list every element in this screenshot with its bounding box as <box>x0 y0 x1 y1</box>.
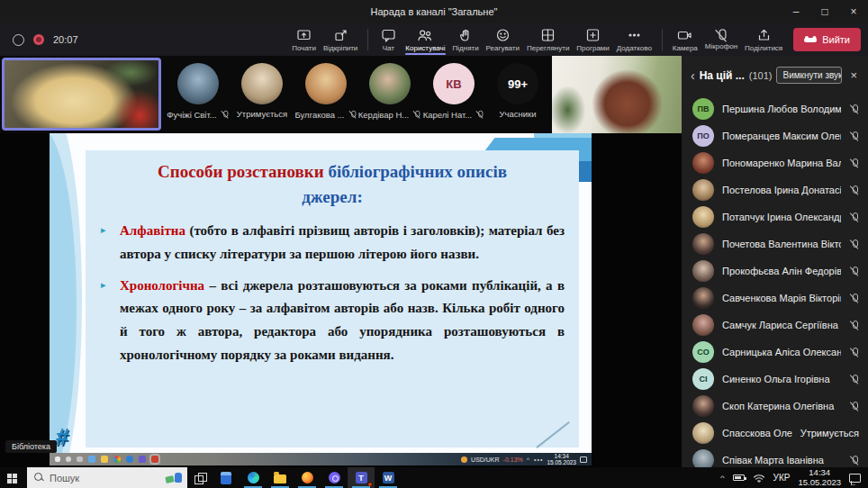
people-button[interactable]: Користувачі <box>402 24 448 55</box>
strip-avatar[interactable]: Утримується <box>232 63 292 119</box>
coin-icon <box>461 456 467 463</box>
task-view-button[interactable] <box>187 467 212 488</box>
participant-row[interactable]: Потапчук Ірина Олександрівна <box>682 203 868 230</box>
taskbar-app-edge[interactable] <box>240 467 267 488</box>
taskbar-app-firefox[interactable] <box>294 467 321 488</box>
slide-bullets: ▸ Алфавітна (тобто в алфавіті прізвищ ав… <box>100 220 565 367</box>
mic-muted-icon <box>849 455 859 465</box>
mic-muted-icon <box>849 266 859 276</box>
avatar <box>692 260 714 282</box>
apps-plus-icon <box>585 28 601 42</box>
strip-avatar[interactable]: Булгакова ... <box>296 63 356 120</box>
active-speaker-tile[interactable] <box>2 58 161 131</box>
participant-row[interactable]: Постелова Ірина Донатасівна <box>682 176 868 203</box>
leave-button[interactable]: Вийти <box>793 28 861 51</box>
search-icon <box>66 456 71 462</box>
participant-row[interactable]: ПО Померанцев Максим Олександ... <box>682 122 868 149</box>
raise-hand-button[interactable]: Підняти <box>449 24 483 55</box>
presentation-slide: Способи розстановки бібліографічних опис… <box>50 133 592 453</box>
participants-count: (101) <box>749 70 773 81</box>
unpin-button[interactable]: Відкріпити <box>320 24 361 55</box>
strip-avatar[interactable]: Кердівар Н... <box>360 63 420 120</box>
system-tray: ^ УКР 14:34 15.05.2023 <box>720 468 868 487</box>
close-button[interactable]: × <box>839 0 868 23</box>
mute-all-button[interactable]: Вимкнути звук д... <box>776 67 842 84</box>
meeting-toolbar: 20:07 Почати Відкріпити Чат Користувачі … <box>0 23 868 56</box>
participants-list[interactable]: ПВ Першина Любов Володимирівна ПО Помера… <box>682 95 868 467</box>
participant-row[interactable]: Самчук Лариса Сергіївна <box>682 312 868 339</box>
panel-close-icon[interactable]: × <box>846 68 861 82</box>
mic-muted-icon <box>849 158 859 168</box>
action-center-icon[interactable] <box>849 474 861 483</box>
apps-button[interactable]: Програми <box>573 24 612 55</box>
participants-panel: ‹ На цій ... (101) Вимкнути звук д... × … <box>682 56 868 467</box>
view-button[interactable]: Переглянути <box>523 24 573 55</box>
participant-row[interactable]: Спасскова Олена Наталіїв... Утримується <box>682 420 868 447</box>
mic-muted-icon <box>849 131 859 141</box>
raise-hand-icon <box>458 28 474 42</box>
shared-clock: 14:34 15.05.2023 <box>547 453 576 465</box>
taskbar-app-teams[interactable] <box>348 467 375 488</box>
taskbar-app-viber[interactable] <box>321 467 348 488</box>
taskbar-app-file-explorer[interactable] <box>267 467 294 488</box>
start-button[interactable] <box>0 467 27 488</box>
chat-button[interactable]: Чат <box>375 24 402 55</box>
self-video-tile[interactable] <box>552 56 682 133</box>
participants-overflow[interactable]: 99+ Учасники <box>488 63 547 119</box>
avatar <box>369 63 411 104</box>
participant-row[interactable]: Прокофьєва Алін Федорівна <box>682 258 868 285</box>
participant-row[interactable]: СІ Синенко Ольга Ігорівна <box>682 366 868 393</box>
avatar-initials: КВ <box>433 63 475 104</box>
minimize-button[interactable]: – <box>782 0 810 23</box>
mail-icon <box>88 456 95 463</box>
participant-row[interactable]: Скоп Катерина Олегівна <box>682 393 868 420</box>
back-chevron-icon[interactable]: ‹ <box>691 71 695 80</box>
mic-muted-icon <box>849 347 859 357</box>
share-button[interactable]: Поділитися <box>741 24 786 55</box>
start-icon <box>55 456 60 462</box>
taskbar-search[interactable]: Пошук <box>27 467 187 488</box>
microphone-button[interactable]: Мікрофон <box>701 24 741 55</box>
avatar <box>241 63 283 104</box>
participant-row[interactable]: Почетова Валентина Вікторівна <box>682 230 868 258</box>
avatar <box>692 395 714 417</box>
tray-icons: ••• <box>534 456 543 463</box>
participant-row[interactable]: Савченкова Марія Вікторівна <box>682 285 868 312</box>
recording-icon <box>33 34 44 45</box>
react-button[interactable]: Реагувати <box>483 24 523 55</box>
avatar <box>305 63 347 104</box>
search-daily-graphic <box>166 473 184 483</box>
taskbar-app-word[interactable] <box>375 467 402 488</box>
search-icon <box>34 473 44 483</box>
participants-header: ‹ На цій ... (101) Вимкнути звук д... × <box>682 56 868 91</box>
camera-video <box>552 56 682 133</box>
shared-taskbar-tray: USD/UKR -0.13% ^ ••• 14:34 15.05.2023 <box>461 453 592 465</box>
taskbar-app-calculator[interactable] <box>212 467 240 488</box>
active-tab-underline <box>405 53 445 55</box>
start-share-button[interactable]: Почати <box>288 24 320 55</box>
participant-row[interactable]: Пономаренко Марина Валенти... <box>682 149 868 176</box>
strip-avatar[interactable]: Фучіжі Світ... <box>168 63 228 120</box>
language-indicator[interactable]: УКР <box>773 473 791 483</box>
tray-chevron-icon: ^ <box>527 456 530 463</box>
currency-ticker: USD/UKR <box>471 456 500 463</box>
avatar <box>692 206 714 228</box>
chat-icon <box>381 28 396 42</box>
mic-muted-icon <box>475 110 484 119</box>
strip-avatar[interactable]: КВ Карелі Нат... <box>424 63 484 120</box>
wifi-icon[interactable] <box>753 474 765 483</box>
avatar: СІ <box>692 368 714 390</box>
camera-button[interactable]: Камера <box>669 24 701 55</box>
tray-chevron-icon[interactable]: ^ <box>720 474 725 482</box>
participant-row[interactable]: СО Сарницька Аліса Олександрівна <box>682 339 868 366</box>
maximize-button[interactable]: □ <box>810 0 839 23</box>
battery-icon[interactable] <box>733 474 745 481</box>
participant-row[interactable]: Співак Марта Іванівна <box>682 447 868 467</box>
taskbar-clock[interactable]: 14:34 15.05.2023 <box>798 468 841 487</box>
avatar <box>692 287 714 309</box>
mic-muted-icon <box>849 212 859 222</box>
more-button[interactable]: Додатково <box>613 24 656 55</box>
participant-row[interactable]: ПВ Першина Любов Володимирівна <box>682 95 868 122</box>
windows-taskbar: Пошук ^ УКР 14:34 15.05.2023 <box>0 467 868 488</box>
shared-taskbar-icons <box>55 456 158 463</box>
